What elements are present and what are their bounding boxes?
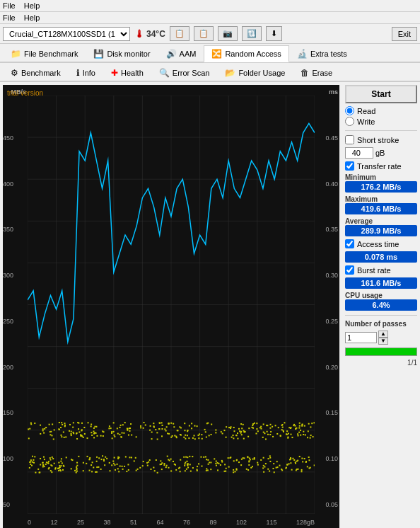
folder-usage-icon: 📂 xyxy=(225,68,235,78)
short-stroke-unit: gB xyxy=(375,149,385,157)
minimum-section: Minimum 176.2 MB/s xyxy=(345,173,417,193)
short-stroke-spinbox-row: gB xyxy=(345,147,417,159)
passes-increment[interactable]: ▲ xyxy=(378,331,388,338)
passes-row: ▲ ▼ xyxy=(345,331,417,345)
cpu-usage-section: CPU usage 6.4% xyxy=(345,292,417,311)
y-left-50: 50 xyxy=(3,502,26,508)
tab-benchmark[interactable]: ⚙ Benchmark xyxy=(3,64,69,81)
disk-monitor-icon: 💾 xyxy=(93,49,104,59)
maximum-value: 419.6 MB/s xyxy=(345,203,417,214)
tab-info[interactable]: ℹ Info xyxy=(69,64,103,81)
tab-health[interactable]: ✚ Health xyxy=(103,64,151,81)
main-area: trial version MB/s 450 400 350 300 250 2… xyxy=(0,82,420,528)
cpu-usage-label: CPU usage xyxy=(345,292,417,299)
tab-error-scan[interactable]: 🔍 Error Scan xyxy=(151,64,218,81)
short-stroke-option[interactable]: Short stroke xyxy=(345,135,417,144)
maximum-label: Maximum xyxy=(345,195,417,203)
x-12: 12 xyxy=(50,519,57,526)
y-axis-left: MB/s 450 400 350 300 250 200 150 100 50 xyxy=(3,85,28,512)
menu-file-1[interactable]: File xyxy=(3,1,16,10)
write-option[interactable]: Write xyxy=(345,117,417,126)
y-right-010: 0.10 xyxy=(316,456,338,462)
y-left-400: 400 xyxy=(3,181,26,188)
y-left-250: 250 xyxy=(3,318,26,325)
read-option[interactable]: Read xyxy=(345,106,417,115)
file-benchmark-icon: 📁 xyxy=(11,49,21,59)
x-128: 128gB xyxy=(296,519,315,526)
tab-erase[interactable]: 🗑 Erase xyxy=(293,64,340,81)
access-time-value: 0.078 ms xyxy=(345,251,417,263)
short-stroke-checkbox[interactable] xyxy=(345,135,354,144)
chart-plot xyxy=(28,96,315,514)
divider-2 xyxy=(345,315,417,316)
y-right-040: 0.40 xyxy=(316,181,338,188)
tab-random-access-label: Random Access xyxy=(225,50,281,58)
tab-extra-tests-label: Extra tests xyxy=(310,50,347,58)
read-label: Read xyxy=(357,107,375,115)
tab-file-benchmark-label: File Benchmark xyxy=(24,50,78,58)
y-left-350: 350 xyxy=(3,226,26,233)
toolbar-btn-5[interactable]: ⬇ xyxy=(266,26,282,41)
toolbar-btn-3[interactable]: 📷 xyxy=(218,26,238,41)
info-icon: ℹ xyxy=(76,68,80,78)
short-stroke-input[interactable] xyxy=(345,147,373,159)
tab-disk-monitor[interactable]: 💾 Disk monitor xyxy=(86,45,158,62)
toolbar-btn-2[interactable]: 📋 xyxy=(194,26,214,41)
x-51: 51 xyxy=(130,519,137,526)
menu-file-2[interactable]: File xyxy=(3,13,16,22)
transfer-rate-option[interactable]: Transfer rate xyxy=(345,161,417,171)
access-time-checkbox[interactable] xyxy=(345,239,354,248)
start-button[interactable]: Start xyxy=(345,85,417,103)
read-write-group: Read Write xyxy=(345,106,417,126)
average-label: Average xyxy=(345,217,417,225)
nav-tabs-row1: 📁 File Benchmark 💾 Disk monitor 🔊 AAM 🔀 … xyxy=(0,44,420,63)
tab-aam[interactable]: 🔊 AAM xyxy=(158,45,204,62)
menu-help-1[interactable]: Help xyxy=(24,1,40,10)
access-time-option[interactable]: Access time xyxy=(345,239,417,248)
exit-button[interactable]: Exit xyxy=(392,27,417,41)
tab-disk-monitor-label: Disk monitor xyxy=(107,50,150,58)
tab-extra-tests[interactable]: 🔬 Extra tests xyxy=(289,45,355,62)
tab-folder-usage-label: Folder Usage xyxy=(238,69,285,77)
burst-rate-option[interactable]: Burst rate xyxy=(345,265,417,275)
maximum-section: Maximum 419.6 MB/s xyxy=(345,195,417,214)
access-time-section: 0.078 ms xyxy=(345,251,417,263)
tab-folder-usage[interactable]: 📂 Folder Usage xyxy=(217,64,293,81)
extra-tests-icon: 🔬 xyxy=(297,49,308,59)
passes-label: Number of passes xyxy=(345,320,417,328)
tab-info-label: Info xyxy=(83,69,95,77)
toolbar-btn-4[interactable]: 🔃 xyxy=(242,26,262,41)
short-stroke-label: Short stroke xyxy=(357,136,399,144)
minimum-value: 176.2 MB/s xyxy=(345,181,417,193)
chart-title: trial version xyxy=(7,89,43,97)
average-section: Average 289.9 MB/s xyxy=(345,217,417,236)
tab-file-benchmark[interactable]: 📁 File Benchmark xyxy=(3,45,86,62)
y-axis-right: ms 0.45 0.40 0.35 0.30 0.25 0.20 0.15 0.… xyxy=(315,85,339,512)
menu-help-2[interactable]: Help xyxy=(24,13,40,22)
y-right-025: 0.25 xyxy=(316,318,338,325)
benchmark-icon: ⚙ xyxy=(11,68,18,78)
transfer-rate-label: Transfer rate xyxy=(357,162,402,171)
y-right-045: 0.45 xyxy=(316,135,338,142)
passes-decrement[interactable]: ▼ xyxy=(378,338,388,345)
y-left-300: 300 xyxy=(3,272,26,279)
transfer-rate-checkbox[interactable] xyxy=(345,161,354,171)
x-0: 0 xyxy=(28,519,31,526)
temperature-display: 🌡 34°C xyxy=(134,28,165,40)
passes-input[interactable] xyxy=(345,332,377,343)
passes-spin-btns: ▲ ▼ xyxy=(378,331,388,345)
x-89: 89 xyxy=(209,519,216,526)
aam-icon: 🔊 xyxy=(166,49,177,59)
minimum-label: Minimum xyxy=(345,173,417,181)
burst-rate-checkbox[interactable] xyxy=(345,265,354,275)
right-panel: Start Read Write Short stroke gB Transfe… xyxy=(342,82,420,528)
x-102: 102 xyxy=(236,519,247,526)
read-radio[interactable] xyxy=(345,106,354,115)
x-115: 115 xyxy=(266,519,276,526)
cpu-usage-value: 6.4% xyxy=(345,299,417,311)
toolbar-btn-1[interactable]: 📋 xyxy=(170,26,189,41)
menu-bar-2: File Help xyxy=(0,12,420,24)
tab-random-access[interactable]: 🔀 Random Access xyxy=(204,45,288,62)
write-radio[interactable] xyxy=(345,117,354,126)
drive-select[interactable]: Crucial_CT128MX100SSD1 (128 gB) xyxy=(3,27,130,41)
